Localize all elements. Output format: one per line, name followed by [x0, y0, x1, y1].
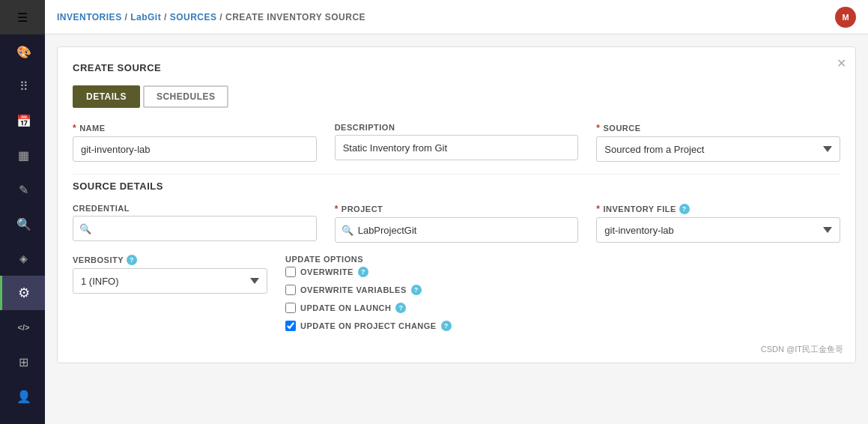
- description-input[interactable]: [335, 135, 579, 160]
- description-label: DESCRIPTION: [335, 123, 579, 132]
- source-details-title: SOURCE DETAILS: [73, 174, 840, 192]
- verbosity-select[interactable]: 1 (INFO): [73, 268, 267, 294]
- code-icon: </>: [18, 323, 30, 332]
- calendar-icon: 📅: [16, 114, 31, 128]
- palette-icon: 🎨: [16, 45, 31, 59]
- overwrite-row: OVERWRITE ?: [285, 267, 554, 277]
- credential-group: CREDENTIAL 🔍: [73, 204, 317, 241]
- update-launch-label: UPDATE ON LAUNCH: [300, 303, 391, 312]
- avatar[interactable]: M: [835, 7, 856, 28]
- sidebar-item-layers[interactable]: ◈: [0, 241, 45, 276]
- name-label: * NAME: [73, 123, 317, 133]
- tabs: DETAILS SCHEDULES: [73, 85, 840, 108]
- overwrite-vars-help-icon[interactable]: ?: [411, 285, 422, 295]
- sidebar-item-edit[interactable]: ✎: [0, 172, 45, 207]
- tab-details[interactable]: DETAILS: [73, 85, 140, 108]
- watermark: CSDN @IT民工金鱼哥: [761, 344, 843, 355]
- main-area: INVENTORIES / LabGit / SOURCES / CREATE …: [45, 0, 868, 424]
- inventory-file-group: * INVENTORY FILE ? git-inventory-lab: [596, 204, 840, 243]
- name-input[interactable]: [73, 136, 317, 162]
- inventory-icon: ⚙: [18, 285, 30, 301]
- sidebar-item-grid[interactable]: ⊞: [0, 345, 45, 379]
- project-search-wrap[interactable]: 🔍: [335, 217, 579, 243]
- breadcrumb: INVENTORIES / LabGit / SOURCES / CREATE …: [57, 12, 365, 22]
- breadcrumb-labgit[interactable]: LabGit: [130, 12, 161, 22]
- breadcrumb-sep1: /: [124, 12, 130, 22]
- breadcrumb-sources[interactable]: SOURCES: [170, 12, 217, 22]
- update-options-label: UPDATE OPTIONS: [285, 255, 554, 264]
- breadcrumb-current: CREATE INVENTORY SOURCE: [225, 12, 365, 22]
- tab-schedules[interactable]: SCHEDULES: [143, 85, 229, 108]
- inventory-file-label: * INVENTORY FILE ?: [596, 204, 840, 214]
- verbosity-help-icon[interactable]: ?: [127, 255, 137, 265]
- credential-search-wrap[interactable]: 🔍: [73, 216, 317, 241]
- credential-search-icon: 🔍: [79, 223, 91, 234]
- create-source-card: ✕ CREATE SOURCE DETAILS SCHEDULES * NAME…: [57, 46, 856, 363]
- layout-icon: ▦: [18, 148, 29, 163]
- update-project-help-icon[interactable]: ?: [441, 321, 452, 331]
- source-group: * SOURCE Sourced from a Project: [596, 123, 840, 162]
- sidebar: ☰ 🎨 ⠿ 📅 ▦ ✎ 🔍 ◈ ⚙ </> ⊞ 👤: [0, 0, 45, 424]
- sidebar-item-views[interactable]: ⠿: [0, 69, 45, 103]
- overwrite-label: OVERWRITE: [300, 267, 353, 276]
- inv-file-required-star: *: [596, 204, 600, 214]
- sidebar-item-dashboard[interactable]: 🎨: [0, 34, 45, 69]
- inventory-file-help-icon[interactable]: ?: [679, 204, 690, 214]
- project-label: * PROJECT: [335, 204, 579, 214]
- sidebar-item-user[interactable]: 👤: [0, 379, 45, 414]
- card-title: CREATE SOURCE: [73, 62, 840, 73]
- form-row-2: CREDENTIAL 🔍 * PROJECT 🔍: [73, 204, 840, 243]
- verbosity-group: VERBOSITY ? 1 (INFO): [73, 255, 267, 294]
- name-group: * NAME: [73, 123, 317, 162]
- description-group: DESCRIPTION: [335, 123, 579, 160]
- project-search-icon: 🔍: [342, 225, 353, 236]
- sidebar-item-inventory[interactable]: ⚙: [0, 276, 45, 310]
- overwrite-help-icon[interactable]: ?: [358, 267, 368, 277]
- content-area: ✕ CREATE SOURCE DETAILS SCHEDULES * NAME…: [45, 34, 868, 424]
- project-group: * PROJECT 🔍: [335, 204, 579, 243]
- sidebar-menu-button[interactable]: ☰: [0, 0, 45, 34]
- dots-icon: ⠿: [19, 79, 28, 94]
- overwrite-vars-row: OVERWRITE VARIABLES ?: [285, 285, 554, 295]
- update-launch-row: UPDATE ON LAUNCH ?: [285, 303, 554, 313]
- credential-input[interactable]: [96, 223, 310, 234]
- breadcrumb-inventories[interactable]: INVENTORIES: [57, 12, 122, 22]
- credential-label: CREDENTIAL: [73, 204, 317, 213]
- menu-icon: ☰: [17, 10, 28, 25]
- sidebar-item-code[interactable]: </>: [0, 310, 45, 345]
- source-label: * SOURCE: [596, 123, 840, 133]
- breadcrumb-sep3: /: [219, 12, 225, 22]
- header: INVENTORIES / LabGit / SOURCES / CREATE …: [45, 0, 868, 34]
- form-row-3: VERBOSITY ? 1 (INFO) UPDATE OPTIONS OVER…: [73, 255, 840, 336]
- project-input[interactable]: [358, 225, 572, 236]
- sidebar-item-calendar[interactable]: 📅: [0, 103, 45, 138]
- verbosity-label: VERBOSITY ?: [73, 255, 267, 265]
- source-select[interactable]: Sourced from a Project: [596, 136, 840, 162]
- source-required-star: *: [596, 123, 600, 133]
- search-icon: 🔍: [16, 217, 31, 231]
- overwrite-checkbox[interactable]: [285, 267, 296, 277]
- user-icon: 👤: [16, 390, 31, 404]
- breadcrumb-sep2: /: [164, 12, 170, 22]
- update-project-label: UPDATE ON PROJECT CHANGE: [300, 321, 437, 330]
- inventory-file-select[interactable]: git-inventory-lab: [596, 217, 840, 243]
- sidebar-item-search[interactable]: 🔍: [0, 207, 45, 241]
- layers-icon: ◈: [19, 252, 28, 264]
- sidebar-item-layouts[interactable]: ▦: [0, 138, 45, 172]
- close-icon[interactable]: ✕: [837, 56, 846, 70]
- update-project-checkbox[interactable]: [285, 321, 296, 331]
- overwrite-vars-label: OVERWRITE VARIABLES: [300, 285, 407, 294]
- name-required-star: *: [73, 123, 76, 133]
- overwrite-vars-checkbox[interactable]: [285, 285, 296, 295]
- form-row-1: * NAME DESCRIPTION * SOURCE Sourced from: [73, 123, 840, 162]
- grid-icon: ⊞: [19, 355, 28, 369]
- update-launch-checkbox[interactable]: [285, 303, 296, 313]
- update-options-group: UPDATE OPTIONS OVERWRITE ? OVERWRITE VAR…: [285, 255, 554, 336]
- update-project-row: UPDATE ON PROJECT CHANGE ?: [285, 321, 554, 331]
- edit-icon: ✎: [19, 183, 28, 197]
- update-launch-help-icon[interactable]: ?: [395, 303, 406, 313]
- project-required-star: *: [335, 204, 339, 214]
